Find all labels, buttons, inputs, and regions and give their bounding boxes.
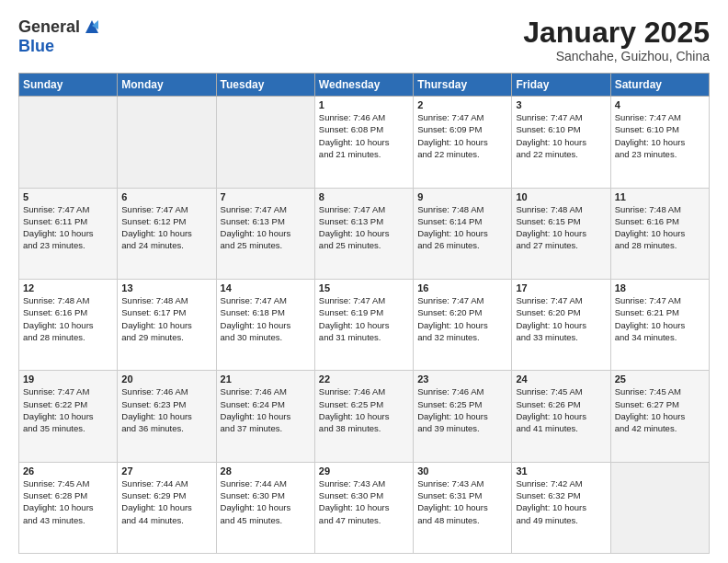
table-row <box>216 97 314 188</box>
day-info: Sunrise: 7:47 AMSunset: 6:13 PMDaylight:… <box>221 203 311 252</box>
day-number: 27 <box>121 465 211 477</box>
day-number: 13 <box>121 282 211 293</box>
header-sunday: Sunday <box>19 74 118 97</box>
day-number: 31 <box>516 465 606 477</box>
week-row-3: 12Sunrise: 7:48 AMSunset: 6:16 PMDayligh… <box>19 279 710 370</box>
day-info: Sunrise: 7:47 AMSunset: 6:18 PMDaylight:… <box>221 294 311 343</box>
table-row: 20Sunrise: 7:46 AMSunset: 6:23 PMDayligh… <box>118 371 216 462</box>
table-row: 1Sunrise: 7:46 AMSunset: 6:08 PMDaylight… <box>314 97 413 188</box>
day-number: 14 <box>221 282 311 293</box>
table-row: 8Sunrise: 7:47 AMSunset: 6:13 PMDaylight… <box>314 188 413 279</box>
table-row: 19Sunrise: 7:47 AMSunset: 6:22 PMDayligh… <box>19 371 118 462</box>
table-row: 5Sunrise: 7:47 AMSunset: 6:11 PMDaylight… <box>19 188 118 279</box>
day-info: Sunrise: 7:47 AMSunset: 6:11 PMDaylight:… <box>23 203 113 252</box>
week-row-5: 26Sunrise: 7:45 AMSunset: 6:28 PMDayligh… <box>19 462 710 553</box>
calendar-location: Sanchahe, Guizhou, China <box>523 49 710 63</box>
day-info: Sunrise: 7:46 AMSunset: 6:25 PMDaylight:… <box>417 385 507 434</box>
header-tuesday: Tuesday <box>216 74 314 97</box>
day-info: Sunrise: 7:46 AMSunset: 6:23 PMDaylight:… <box>121 385 211 434</box>
day-number: 23 <box>417 373 507 385</box>
logo: General Blue <box>18 17 102 56</box>
table-row: 23Sunrise: 7:46 AMSunset: 6:25 PMDayligh… <box>414 371 512 462</box>
header: General Blue January 2025 Sanchahe, Guiz… <box>18 17 710 63</box>
logo-icon <box>82 17 102 37</box>
calendar-title: January 2025 <box>523 17 710 49</box>
day-info: Sunrise: 7:46 AMSunset: 6:24 PMDaylight:… <box>221 385 311 434</box>
day-info: Sunrise: 7:47 AMSunset: 6:22 PMDaylight:… <box>23 385 113 434</box>
table-row <box>19 97 118 188</box>
calendar-table: Sunday Monday Tuesday Wednesday Thursday… <box>18 73 710 554</box>
table-row: 31Sunrise: 7:42 AMSunset: 6:32 PMDayligh… <box>512 462 610 553</box>
day-info: Sunrise: 7:47 AMSunset: 6:20 PMDaylight:… <box>417 294 507 343</box>
header-wednesday: Wednesday <box>314 74 413 97</box>
header-row: Sunday Monday Tuesday Wednesday Thursday… <box>19 74 710 97</box>
day-number: 7 <box>221 191 311 202</box>
day-info: Sunrise: 7:47 AMSunset: 6:09 PMDaylight:… <box>417 111 507 160</box>
day-info: Sunrise: 7:44 AMSunset: 6:30 PMDaylight:… <box>221 477 311 526</box>
week-row-1: 1Sunrise: 7:46 AMSunset: 6:08 PMDaylight… <box>19 97 710 188</box>
day-info: Sunrise: 7:43 AMSunset: 6:30 PMDaylight:… <box>319 477 409 526</box>
day-number: 9 <box>417 191 507 202</box>
logo-blue-text: Blue <box>18 37 54 56</box>
table-row: 17Sunrise: 7:47 AMSunset: 6:20 PMDayligh… <box>512 279 610 370</box>
table-row: 3Sunrise: 7:47 AMSunset: 6:10 PMDaylight… <box>512 97 610 188</box>
day-info: Sunrise: 7:45 AMSunset: 6:27 PMDaylight:… <box>615 385 705 434</box>
day-number: 10 <box>516 191 606 202</box>
header-monday: Monday <box>118 74 216 97</box>
day-number: 1 <box>319 99 409 110</box>
day-info: Sunrise: 7:47 AMSunset: 6:21 PMDaylight:… <box>615 294 705 343</box>
day-number: 4 <box>615 99 705 110</box>
table-row: 28Sunrise: 7:44 AMSunset: 6:30 PMDayligh… <box>216 462 314 553</box>
day-number: 18 <box>615 282 705 293</box>
day-info: Sunrise: 7:43 AMSunset: 6:31 PMDaylight:… <box>417 477 507 526</box>
day-info: Sunrise: 7:47 AMSunset: 6:19 PMDaylight:… <box>319 294 409 343</box>
table-row: 12Sunrise: 7:48 AMSunset: 6:16 PMDayligh… <box>19 279 118 370</box>
day-info: Sunrise: 7:47 AMSunset: 6:20 PMDaylight:… <box>516 294 606 343</box>
day-number: 8 <box>319 191 409 202</box>
day-info: Sunrise: 7:47 AMSunset: 6:13 PMDaylight:… <box>319 203 409 252</box>
day-number: 3 <box>516 99 606 110</box>
table-row: 16Sunrise: 7:47 AMSunset: 6:20 PMDayligh… <box>414 279 512 370</box>
table-row: 15Sunrise: 7:47 AMSunset: 6:19 PMDayligh… <box>314 279 413 370</box>
day-number: 17 <box>516 282 606 293</box>
day-info: Sunrise: 7:48 AMSunset: 6:14 PMDaylight:… <box>417 203 507 252</box>
day-info: Sunrise: 7:48 AMSunset: 6:16 PMDaylight:… <box>23 294 113 343</box>
day-info: Sunrise: 7:45 AMSunset: 6:28 PMDaylight:… <box>23 477 113 526</box>
table-row: 9Sunrise: 7:48 AMSunset: 6:14 PMDaylight… <box>414 188 512 279</box>
table-row: 10Sunrise: 7:48 AMSunset: 6:15 PMDayligh… <box>512 188 610 279</box>
day-number: 24 <box>516 373 606 385</box>
day-number: 2 <box>417 99 507 110</box>
day-number: 29 <box>319 465 409 477</box>
day-number: 20 <box>121 373 211 385</box>
header-thursday: Thursday <box>414 74 512 97</box>
header-friday: Friday <box>512 74 610 97</box>
week-row-2: 5Sunrise: 7:47 AMSunset: 6:11 PMDaylight… <box>19 188 710 279</box>
day-info: Sunrise: 7:47 AMSunset: 6:12 PMDaylight:… <box>121 203 211 252</box>
table-row: 2Sunrise: 7:47 AMSunset: 6:09 PMDaylight… <box>414 97 512 188</box>
day-info: Sunrise: 7:47 AMSunset: 6:10 PMDaylight:… <box>615 111 705 160</box>
day-number: 12 <box>23 282 113 293</box>
table-row: 30Sunrise: 7:43 AMSunset: 6:31 PMDayligh… <box>414 462 512 553</box>
table-row: 4Sunrise: 7:47 AMSunset: 6:10 PMDaylight… <box>610 97 709 188</box>
week-row-4: 19Sunrise: 7:47 AMSunset: 6:22 PMDayligh… <box>19 371 710 462</box>
day-number: 22 <box>319 373 409 385</box>
day-number: 11 <box>615 191 705 202</box>
table-row: 21Sunrise: 7:46 AMSunset: 6:24 PMDayligh… <box>216 371 314 462</box>
day-number: 26 <box>23 465 113 477</box>
day-info: Sunrise: 7:45 AMSunset: 6:26 PMDaylight:… <box>516 385 606 434</box>
header-saturday: Saturday <box>610 74 709 97</box>
table-row: 26Sunrise: 7:45 AMSunset: 6:28 PMDayligh… <box>19 462 118 553</box>
day-number: 28 <box>221 465 311 477</box>
table-row: 24Sunrise: 7:45 AMSunset: 6:26 PMDayligh… <box>512 371 610 462</box>
table-row: 11Sunrise: 7:48 AMSunset: 6:16 PMDayligh… <box>610 188 709 279</box>
day-info: Sunrise: 7:44 AMSunset: 6:29 PMDaylight:… <box>121 477 211 526</box>
logo-general-text: General <box>18 17 80 37</box>
table-row <box>118 97 216 188</box>
day-info: Sunrise: 7:48 AMSunset: 6:15 PMDaylight:… <box>516 203 606 252</box>
table-row: 27Sunrise: 7:44 AMSunset: 6:29 PMDayligh… <box>118 462 216 553</box>
title-block: January 2025 Sanchahe, Guizhou, China <box>523 17 710 63</box>
table-row: 29Sunrise: 7:43 AMSunset: 6:30 PMDayligh… <box>314 462 413 553</box>
day-info: Sunrise: 7:48 AMSunset: 6:17 PMDaylight:… <box>121 294 211 343</box>
table-row: 13Sunrise: 7:48 AMSunset: 6:17 PMDayligh… <box>118 279 216 370</box>
day-number: 21 <box>221 373 311 385</box>
